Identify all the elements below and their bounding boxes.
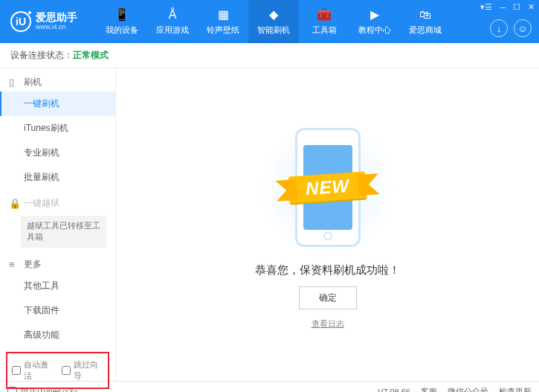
checkbox-skip-setup[interactable]: 跳过向导 <box>62 359 104 382</box>
app-title: 爱思助手 <box>36 12 77 23</box>
sidebar-item-itunes[interactable]: iTunes刷机 <box>0 116 115 141</box>
window-controls: ▾☰ ─ ☐ ✕ <box>480 2 535 12</box>
sidebar-item-oneclick[interactable]: 一键刷机 <box>0 91 115 116</box>
download-button[interactable]: ↓ <box>490 19 508 37</box>
sidebar: ▯刷机 一键刷机 iTunes刷机 专业刷机 批量刷机 🔒一键越狱 越狱工具已转… <box>0 68 116 381</box>
flash-icon: ◆ <box>267 8 280 22</box>
ok-button[interactable]: 确定 <box>299 286 357 309</box>
apps-icon: Å <box>166 8 179 22</box>
success-message: 恭喜您，保资料刷机成功啦！ <box>255 263 400 277</box>
checkbox-auto-activate[interactable]: 自动激活 <box>12 359 54 382</box>
user-button[interactable]: ☺ <box>514 19 532 37</box>
lock-icon: 🔒 <box>9 198 19 209</box>
view-log-link[interactable]: 查看日志 <box>312 318 344 330</box>
sidebar-item-batch[interactable]: 批量刷机 <box>0 165 115 190</box>
section-jailbreak: 🔒一键越狱 <box>0 190 115 213</box>
more-icon: ≡ <box>9 259 19 270</box>
section-more[interactable]: ≡更多 <box>0 251 115 274</box>
sidebar-item-download-fw[interactable]: 下载固件 <box>0 298 115 323</box>
nav-flash[interactable]: ◆智能刷机 <box>248 0 299 43</box>
close-icon[interactable]: ✕ <box>528 2 535 12</box>
top-nav: 📱我的设备 Å应用游戏 ▦铃声壁纸 ◆智能刷机 🧰工具箱 ▶教程中心 🛍爱思商城 <box>97 0 451 43</box>
wallpaper-icon: ▦ <box>216 8 230 22</box>
main-panel: NEW 恭喜您，保资料刷机成功啦！ 确定 查看日志 <box>116 68 539 381</box>
minimize-icon[interactable]: ─ <box>500 3 506 12</box>
phone-icon: ▯ <box>9 77 19 88</box>
footer-update[interactable]: 检查更新 <box>499 386 532 392</box>
nav-my-device[interactable]: 📱我的设备 <box>97 0 147 43</box>
status-label: 设备连接状态： <box>10 50 73 60</box>
toolbox-icon: 🧰 <box>317 8 331 22</box>
app-header: iU 爱思助手 www.i4.cn 📱我的设备 Å应用游戏 ▦铃声壁纸 ◆智能刷… <box>0 0 539 43</box>
new-ribbon: NEW <box>288 171 367 203</box>
footer-wechat[interactable]: 微信公众号 <box>448 386 488 392</box>
nav-toolbox[interactable]: 🧰工具箱 <box>299 0 349 43</box>
nav-store[interactable]: 🛍爱思商城 <box>400 0 451 43</box>
menu-icon[interactable]: ▾☰ <box>480 2 492 12</box>
store-icon: 🛍 <box>419 8 432 22</box>
nav-apps[interactable]: Å应用游戏 <box>147 0 198 43</box>
maximize-icon[interactable]: ☐ <box>513 2 520 12</box>
status-bar: 设备连接状态：正常模式 <box>0 43 539 68</box>
sidebar-item-pro[interactable]: 专业刷机 <box>0 141 115 165</box>
tutorial-icon: ▶ <box>368 8 381 22</box>
logo-icon: iU <box>10 11 31 32</box>
footer-support[interactable]: 客服 <box>421 386 437 392</box>
success-illustration: NEW <box>246 121 410 254</box>
device-icon: 📱 <box>115 8 129 22</box>
options-highlight-box: 自动激活 跳过向导 <box>6 352 109 389</box>
jailbreak-note: 越狱工具已转移至工具箱 <box>21 216 106 248</box>
sidebar-item-advanced[interactable]: 高级功能 <box>0 323 115 347</box>
version-label: V7.98.66 <box>378 388 410 393</box>
logo-area: iU 爱思助手 www.i4.cn <box>0 11 97 32</box>
sidebar-item-othertools[interactable]: 其他工具 <box>0 274 115 298</box>
nav-tutorial[interactable]: ▶教程中心 <box>349 0 400 43</box>
nav-ringtones[interactable]: ▦铃声壁纸 <box>198 0 248 43</box>
section-flash[interactable]: ▯刷机 <box>0 68 115 91</box>
app-subtitle: www.i4.cn <box>36 24 77 31</box>
status-mode: 正常模式 <box>73 50 109 60</box>
